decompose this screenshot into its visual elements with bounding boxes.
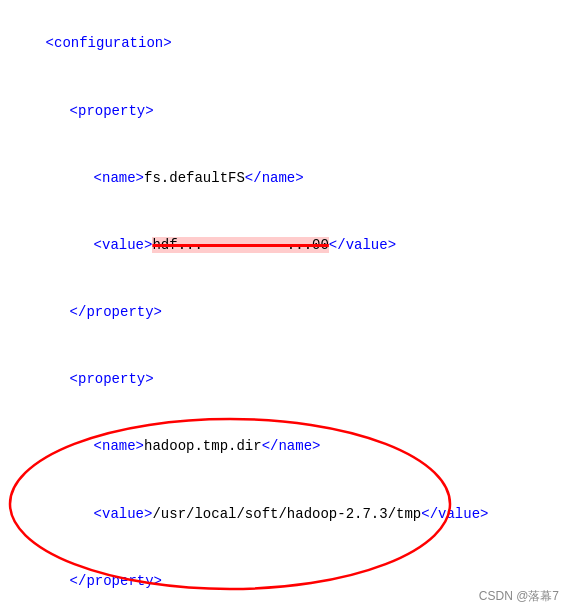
line-6: <property>: [12, 346, 559, 413]
value-tmp-dir: /usr/local/soft/hadoop-2.7.3/tmp: [152, 506, 421, 522]
tag-open-property-1: <property>: [70, 103, 154, 119]
tag-name-open: <name>: [94, 170, 144, 186]
line-7: <name>hadoop.tmp.dir</name>: [12, 413, 559, 480]
tag-value-close-2: </value>: [421, 506, 488, 522]
line-4: <value>hdf... ...00</value>: [12, 212, 559, 279]
tag-name-close: </name>: [245, 170, 304, 186]
code-block: <configuration> <property> <name>fs.defa…: [0, 0, 571, 615]
line-5: </property>: [12, 279, 559, 346]
tag-close-property-2: </property>: [70, 573, 162, 589]
tag-value-close-1: </value>: [329, 237, 396, 253]
tag-name-close-2: </name>: [262, 438, 321, 454]
tag-value-open-2: <value>: [94, 506, 153, 522]
line-9: </property>: [12, 547, 559, 614]
watermark: CSDN @落幕7: [479, 588, 559, 605]
tag-value-open-1: <value>: [94, 237, 153, 253]
name-tmp-dir: hadoop.tmp.dir: [144, 438, 262, 454]
line-3: <name>fs.defaultFS</name>: [12, 144, 559, 211]
tag-open-property-2: <property>: [70, 371, 154, 387]
line-2: <property>: [12, 77, 559, 144]
tag-name-open-2: <name>: [94, 438, 144, 454]
value-defaultfs: hdf... ...00: [152, 237, 328, 253]
tag-open-configuration: <configuration>: [46, 35, 172, 51]
name-defaultfs: fs.defaultFS: [144, 170, 245, 186]
line-8: <value>/usr/local/soft/hadoop-2.7.3/tmp<…: [12, 480, 559, 547]
tag-close-property-1: </property>: [70, 304, 162, 320]
line-1: <configuration>: [12, 10, 559, 77]
